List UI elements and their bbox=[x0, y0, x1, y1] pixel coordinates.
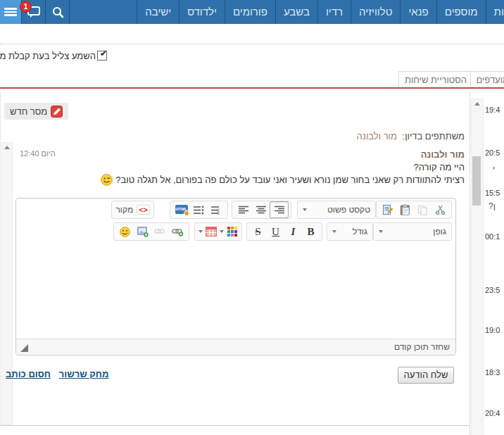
editor-text-area[interactable] bbox=[16, 242, 455, 339]
bullet-list-icon[interactable] bbox=[190, 202, 208, 218]
new-message-label: מסר חדש bbox=[10, 106, 47, 117]
underline-button[interactable]: U bbox=[267, 224, 284, 239]
participants-line: משתתפים בדיון: מור ולבונה bbox=[357, 131, 465, 141]
block-author-link[interactable]: חסום כותב bbox=[6, 369, 51, 379]
search-button[interactable] bbox=[46, 0, 70, 24]
nav-left-cluster: 1 bbox=[0, 0, 70, 24]
table-icon[interactable] bbox=[204, 224, 218, 239]
delete-thread-link[interactable]: מחק שרשור bbox=[59, 369, 109, 379]
strikethrough-button[interactable]: S bbox=[249, 224, 267, 239]
copy-icon[interactable] bbox=[414, 202, 431, 218]
unread-badge: 1 bbox=[20, 1, 32, 13]
history-scrollbar-thumb[interactable] bbox=[472, 156, 481, 206]
style-dropdown-label: טקסט פשוט bbox=[327, 205, 370, 215]
chevron-down-icon[interactable] bbox=[199, 230, 203, 233]
history-item-time[interactable]: 19:0 bbox=[485, 326, 500, 334]
align-right-button[interactable] bbox=[270, 201, 289, 218]
bold-label: B bbox=[308, 226, 315, 238]
top-navbar: חדשות מוספים פנאי טלוויזיה רדיו בשבע פור… bbox=[0, 0, 504, 24]
messages-scrollbar[interactable] bbox=[1, 142, 13, 425]
alignment-group bbox=[232, 201, 291, 219]
message-text-line2: רציתי להתוודות רק שאני בחור שמן נורא ושע… bbox=[101, 174, 465, 186]
align-left-button[interactable] bbox=[234, 202, 252, 218]
align-center-button[interactable] bbox=[252, 202, 270, 218]
history-item-time[interactable]: 15:5 bbox=[485, 189, 500, 197]
nav-item-forums[interactable]: פורומים bbox=[225, 0, 275, 24]
svg-text:3: 3 bbox=[218, 212, 220, 215]
paste-from-word-icon[interactable] bbox=[379, 202, 396, 218]
insert-group bbox=[113, 222, 189, 241]
nav-item-news[interactable]: חדשות bbox=[486, 0, 504, 24]
lists-html-group: 1 2 3 bbox=[170, 201, 228, 219]
message-timestamp: היום 12:40 bbox=[20, 149, 56, 158]
nav-menu: חדשות מוספים פנאי טלוויזיה רדיו בשבע פור… bbox=[137, 0, 504, 24]
remove-link-icon[interactable] bbox=[151, 224, 169, 239]
nav-item-leisure[interactable]: פנאי bbox=[400, 0, 436, 24]
italic-label: I bbox=[291, 226, 296, 238]
size-dropdown[interactable]: גודל bbox=[327, 222, 373, 241]
clipboard-group bbox=[376, 201, 452, 219]
participants-names[interactable]: מור ולבונה bbox=[357, 131, 397, 141]
history-list-scrollbar[interactable] bbox=[471, 99, 484, 435]
scroll-up-icon[interactable] bbox=[4, 146, 10, 149]
chevron-down-icon bbox=[379, 230, 383, 233]
nav-item-yeshiva[interactable]: ישיבה bbox=[137, 0, 179, 24]
nav-item-kids[interactable]: ילדודס bbox=[179, 0, 225, 24]
message-author[interactable]: מור ולבונה bbox=[421, 149, 465, 160]
html-block-icon[interactable]: HTML bbox=[172, 202, 190, 218]
wink-emoji-icon bbox=[101, 174, 113, 186]
history-item-time[interactable]: 20:5 bbox=[485, 149, 500, 157]
panel-divider bbox=[470, 92, 470, 435]
color-table-group bbox=[194, 222, 242, 241]
history-item-time[interactable]: 00:1 bbox=[485, 232, 500, 241]
source-button[interactable]: <> מקור bbox=[111, 201, 154, 219]
history-item-time[interactable]: 20:4 bbox=[485, 409, 500, 417]
chevron-down-icon bbox=[303, 208, 307, 211]
bold-button[interactable]: B bbox=[302, 224, 320, 239]
chevron-down-icon[interactable] bbox=[220, 230, 224, 233]
history-item-snippet[interactable]: י bbox=[493, 164, 495, 174]
tab-favorites[interactable]: מועדפים bbox=[470, 71, 504, 88]
resize-handle[interactable] bbox=[20, 344, 28, 352]
italic-button[interactable]: I bbox=[284, 224, 302, 239]
history-item-time[interactable]: 23:5 bbox=[485, 286, 500, 294]
hamburger-menu-button[interactable] bbox=[0, 0, 22, 24]
hamburger-icon bbox=[4, 6, 17, 18]
new-message-button[interactable]: מסר חדש bbox=[4, 103, 68, 120]
message-editor: טקסט פשוט bbox=[15, 198, 456, 355]
source-code-icon: <> bbox=[137, 205, 150, 215]
scroll-up-icon[interactable] bbox=[474, 102, 480, 106]
font-dropdown[interactable]: גופן bbox=[373, 222, 452, 241]
history-item-time[interactable]: 18:3 bbox=[485, 368, 500, 377]
editor-toolbar-row2: גופן גודל B I U S bbox=[16, 220, 455, 242]
paste-icon[interactable] bbox=[396, 202, 414, 218]
paragraph-style-dropdown[interactable]: טקסט פשוט bbox=[297, 201, 376, 219]
cut-icon[interactable] bbox=[431, 202, 449, 218]
thread-actions: מחק שרשור חסום כותב bbox=[6, 369, 108, 379]
insert-image-icon[interactable] bbox=[134, 224, 151, 239]
search-icon bbox=[51, 6, 64, 18]
source-button-label: מקור bbox=[115, 205, 133, 215]
message-text: רציתי להתוודות רק שאני בחור שמן נורא ושע… bbox=[115, 175, 465, 185]
dotted-divider bbox=[0, 44, 504, 44]
nav-item-tv[interactable]: טלוויזיה bbox=[351, 0, 400, 24]
send-message-button[interactable]: שלח הודעה bbox=[398, 367, 454, 384]
page: חדשות מוספים פנאי טלוויזיה רדיו בשבע פור… bbox=[0, 0, 504, 435]
history-item-time[interactable]: 19:4 bbox=[485, 106, 500, 114]
history-item-snippet[interactable]: ן? bbox=[489, 201, 496, 211]
nav-item-supplements[interactable]: מוספים bbox=[436, 0, 486, 24]
participants-label: משתתפים בדיון: bbox=[403, 131, 465, 141]
messages-button[interactable]: 1 bbox=[22, 0, 46, 24]
emoticon-icon[interactable] bbox=[116, 224, 134, 239]
insert-link-icon[interactable] bbox=[169, 224, 187, 239]
text-color-icon[interactable] bbox=[225, 224, 239, 239]
nav-item-radio[interactable]: רדיו bbox=[317, 0, 351, 24]
message-text-line1: היי מה קורה? bbox=[414, 162, 465, 172]
tab-chat-history[interactable]: הסטוריית שיחות bbox=[398, 71, 473, 88]
panel-left-border bbox=[0, 92, 1, 425]
restore-previous-content-link[interactable]: שחזר תוכן קודם bbox=[394, 342, 450, 352]
nav-item-besheva[interactable]: בשבע bbox=[275, 0, 317, 24]
sound-checkbox[interactable] bbox=[97, 51, 107, 61]
numbered-list-icon[interactable]: 1 2 3 bbox=[208, 202, 225, 218]
font-dropdown-label: גופן bbox=[433, 227, 446, 237]
